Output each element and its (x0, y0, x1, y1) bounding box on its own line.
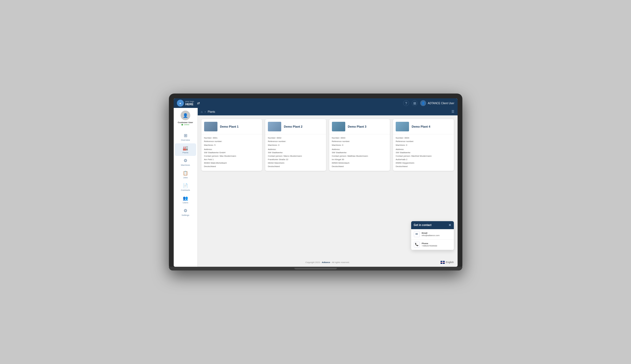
plant-contact: Contact person: Matthias Mustermann (332, 155, 387, 157)
main-layout: 👤 Customer User Online ⊞ Overview 🏭 Plan… (174, 108, 458, 267)
content-area: ⌂ › Plants ☰ (198, 108, 458, 267)
plant-title: Demo Plant 3 (348, 125, 367, 128)
plant-card-body: Number: 0002 Reference number: Machines:… (265, 134, 326, 171)
top-bar: ● your logo HERE ⇄ ? ⊞ 👤 ADTANCE Client … (174, 98, 458, 108)
phone-label: Phone (422, 242, 437, 245)
sidebar-item-users[interactable]: 👥 Users (175, 193, 196, 206)
breadcrumb-bar: ⌂ › Plants ☰ (198, 108, 458, 115)
user-profile: 👤 Customer User Online (178, 111, 193, 128)
plant-card-body: Number: 0004 Reference number: Machines:… (393, 134, 454, 171)
plant-company: SW Stadtwerke (396, 151, 451, 154)
plant-contact: Contact person: Manfred Mustermann (396, 155, 451, 157)
plant-machines: Machines: 0 (396, 144, 451, 147)
footer-brand[interactable]: Adtance (322, 261, 330, 264)
logo-icon: ● (177, 100, 184, 107)
plant-reference: Reference number: (268, 140, 323, 143)
user-area: 👤 ADTANCE Client User (420, 100, 454, 106)
plant-number: Number: 0004 (396, 136, 451, 139)
top-bar-right: ? ⊞ 👤 ADTANCE Client User (403, 100, 454, 106)
email-value: info@adtance.com (422, 234, 440, 237)
user-name-header: ADTANCE Client User (428, 102, 454, 105)
sidebar: 👤 Customer User Online ⊞ Overview 🏭 Plan… (174, 108, 198, 267)
plant-card[interactable]: Demo Plant 1 Number: 0001 Reference numb… (201, 119, 262, 171)
contact-email-info: Email info@adtance.com (422, 232, 440, 237)
breadcrumb-separator: › (205, 110, 205, 113)
contact-widget-header: Get in contact ✕ (411, 221, 454, 229)
user-status: Online (181, 124, 189, 126)
contracts-icon: 📄 (183, 183, 188, 188)
jobs-icon: 📋 (183, 171, 188, 176)
footer-bar: Copyright 2023 - Adtance - All rights re… (198, 258, 458, 267)
plant-image (396, 122, 409, 131)
plant-card[interactable]: Demo Plant 3 Number: 0003 Reference numb… (329, 119, 390, 171)
sidebar-item-jobs[interactable]: 📋 Jobs (175, 168, 196, 181)
contact-phone-info: Phone +496207939930 (422, 242, 437, 247)
overview-icon: ⊞ (184, 133, 187, 138)
plant-image (204, 122, 217, 131)
email-label: Email (422, 232, 440, 234)
contact-phone-item: 📞 Phone +496207939930 (411, 240, 454, 250)
flag-icon (440, 261, 445, 264)
plant-company: SW Stadtwerke (332, 151, 387, 154)
email-icon: ✉ (414, 231, 420, 237)
breadcrumb-home[interactable]: ⌂ (201, 110, 203, 113)
plants-icon: 🏭 (183, 145, 188, 151)
logo-area: ● your logo HERE (177, 100, 194, 107)
language-area: English (352, 261, 454, 264)
logo-text: your logo HERE (185, 100, 194, 106)
plant-street: Außerhalb 2 (396, 158, 451, 161)
menu-icon[interactable]: ☰ (451, 110, 454, 114)
plant-street: Am Feld 1 (204, 158, 260, 161)
plant-street: Frankfurter Straße 22 (268, 158, 323, 161)
plant-image (268, 122, 281, 131)
contact-email-item: ✉ Email info@adtance.com (411, 229, 454, 240)
plant-country: Deutschland (332, 165, 387, 168)
grid-icon[interactable]: ⊞ (412, 100, 418, 106)
plant-address-label: Address: (204, 148, 260, 151)
help-icon[interactable]: ? (403, 100, 409, 106)
phone-icon: 📞 (414, 242, 420, 248)
plant-address-label: Address: (332, 148, 387, 151)
settings-icon: ⚙ (184, 208, 187, 213)
plant-contact: Contact person: Marco Mustermann (268, 155, 323, 157)
plant-card-header: Demo Plant 2 (265, 119, 326, 134)
users-icon: 👥 (183, 196, 188, 201)
sidebar-item-settings[interactable]: ⚙ Settings (175, 206, 196, 219)
plant-card-header: Demo Plant 1 (201, 119, 262, 134)
plant-reference: Reference number: (332, 140, 387, 143)
collapse-button[interactable]: ⇄ (197, 101, 200, 105)
plant-card-header: Demo Plant 3 (329, 119, 390, 134)
plant-card[interactable]: Demo Plant 2 Number: 0002 Reference numb… (265, 119, 326, 171)
plant-country: Deutschland (204, 165, 260, 168)
user-avatar-top: 👤 (420, 100, 426, 106)
plant-company: SW Stadtwerke GmbH (204, 151, 260, 154)
footer: Copyright 2023 - Adtance - All rights re… (303, 259, 352, 266)
plant-card-header: Demo Plant 4 (393, 119, 454, 134)
sidebar-item-label: Users (183, 201, 188, 204)
main-content: Demo Plant 1 Number: 0001 Reference numb… (198, 115, 458, 258)
language-selector[interactable]: English (440, 261, 454, 264)
sidebar-item-label: Machines (181, 164, 190, 166)
machines-icon: ⚙ (184, 158, 187, 163)
plant-card-body: Number: 0003 Reference number: Machines:… (329, 134, 390, 171)
plant-machines: Machines: 0 (268, 144, 323, 147)
plant-card-body: Number: 0001 Reference number: Machines:… (201, 134, 262, 171)
plant-title: Demo Plant 4 (412, 125, 430, 128)
plant-title: Demo Plant 1 (220, 125, 239, 128)
status-dot (181, 124, 183, 126)
sidebar-user-name: Customer User (178, 121, 193, 124)
sidebar-item-label: Jobs (183, 176, 188, 179)
plant-city: 69483 Wald-Michelbach (204, 161, 260, 164)
plant-card[interactable]: Demo Plant 4 Number: 0004 Reference numb… (393, 119, 454, 171)
plant-number: Number: 0003 (332, 136, 387, 139)
sidebar-item-overview[interactable]: ⊞ Overview (175, 131, 196, 143)
close-icon[interactable]: ✕ (449, 223, 451, 227)
sidebar-item-contracts[interactable]: 📄 Contracts (175, 181, 196, 193)
plant-machines: Machines: 5 (204, 144, 260, 147)
contact-widget: Get in contact ✕ ✉ Email info@adtance.co… (411, 221, 454, 250)
language-label: English (446, 261, 454, 264)
plant-reference: Reference number: (204, 140, 260, 143)
sidebar-item-machines[interactable]: ⚙ Machines (175, 156, 196, 168)
plant-country: Deutschland (268, 165, 323, 168)
sidebar-item-plants[interactable]: 🏭 Plants (175, 143, 196, 156)
